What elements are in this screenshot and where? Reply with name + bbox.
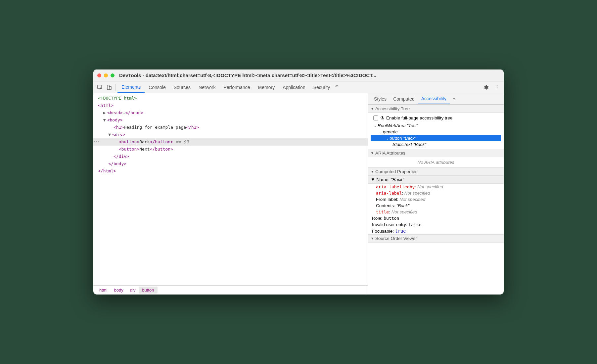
inspect-icon[interactable] bbox=[95, 83, 105, 92]
dom-button-next[interactable]: <button>Next</button> bbox=[93, 146, 368, 153]
crumb-body[interactable]: body bbox=[111, 287, 127, 294]
separator bbox=[115, 84, 116, 91]
prop-title: title: Not specified bbox=[368, 209, 504, 215]
more-subtabs-icon[interactable]: » bbox=[452, 95, 457, 103]
aria-attributes-header[interactable]: ▼ARIA Attributes bbox=[368, 149, 504, 157]
prop-aria-labelledby: aria-labelledby: Not specified bbox=[368, 184, 504, 190]
expand-icon[interactable]: ▶ bbox=[103, 109, 107, 116]
maximize-icon[interactable] bbox=[111, 73, 115, 77]
dom-head[interactable]: ▶<head>…</head> bbox=[93, 109, 368, 116]
dom-body-close[interactable]: </body> bbox=[93, 160, 368, 167]
prop-focusable: Focusable: true bbox=[368, 228, 504, 234]
minimize-icon[interactable] bbox=[104, 73, 108, 77]
prop-aria-label: aria-label: Not specified bbox=[368, 190, 504, 196]
devtools-window: DevTools - data:text/html;charset=utf-8,… bbox=[93, 69, 504, 295]
enable-full-page-tree-row[interactable]: ⚗ Enable full-page accessibility tree bbox=[371, 114, 501, 122]
tree-generic[interactable]: ⌄generic bbox=[371, 129, 501, 135]
tab-security[interactable]: Security bbox=[309, 81, 334, 93]
enable-full-page-tree-label: Enable full-page accessibility tree bbox=[386, 115, 452, 120]
collapse-icon[interactable]: ▼ bbox=[103, 116, 107, 124]
close-icon[interactable] bbox=[97, 73, 101, 77]
prop-role: Role: button bbox=[368, 215, 504, 221]
sidebar-panel: Styles Computed Accessibility » ▼Accessi… bbox=[368, 93, 504, 295]
crumb-html[interactable]: html bbox=[96, 287, 111, 294]
subtab-computed[interactable]: Computed bbox=[390, 93, 418, 104]
crumb-button[interactable]: button bbox=[139, 287, 157, 294]
prop-contents: Contents: "Back" bbox=[368, 203, 504, 209]
dom-div-close[interactable]: </div> bbox=[93, 153, 368, 160]
traffic-lights bbox=[97, 73, 115, 77]
dom-html-close[interactable]: </html> bbox=[93, 167, 368, 175]
checkbox-icon[interactable] bbox=[373, 115, 378, 120]
source-order-header[interactable]: ▼Source Order Viewer bbox=[368, 234, 504, 243]
subtab-styles[interactable]: Styles bbox=[371, 93, 390, 104]
tab-console[interactable]: Console bbox=[145, 81, 169, 93]
tab-sources[interactable]: Sources bbox=[170, 81, 195, 93]
more-tabs-icon[interactable]: » bbox=[334, 81, 339, 93]
titlebar: DevTools - data:text/html;charset=utf-8,… bbox=[93, 69, 504, 81]
dom-button-back[interactable]: ••• <button>Back</button> == $0 bbox=[93, 138, 368, 146]
tab-network[interactable]: Network bbox=[195, 81, 219, 93]
main-toolbar: Elements Console Sources Network Perform… bbox=[93, 81, 504, 93]
dom-doctype[interactable]: <!DOCTYPE html> bbox=[93, 95, 368, 102]
tab-application[interactable]: Application bbox=[279, 81, 309, 93]
elements-panel: <!DOCTYPE html> <html> ▶<head>…</head> ▼… bbox=[93, 93, 368, 295]
tree-root[interactable]: ⌄RootWebArea "Test" bbox=[371, 122, 501, 129]
more-menu-icon[interactable]: ⋮ bbox=[492, 83, 502, 92]
crumb-div[interactable]: div bbox=[127, 287, 139, 294]
main-tabs: Elements Console Sources Network Perform… bbox=[117, 81, 339, 93]
tab-elements[interactable]: Elements bbox=[117, 81, 145, 93]
dom-h1[interactable]: <h1>Heading for example page</h1> bbox=[93, 124, 368, 131]
dom-div-open[interactable]: ▼<div> bbox=[93, 131, 368, 138]
tab-performance[interactable]: Performance bbox=[219, 81, 254, 93]
flask-icon: ⚗ bbox=[380, 115, 384, 120]
dom-html-open[interactable]: <html> bbox=[93, 102, 368, 109]
device-toggle-icon[interactable] bbox=[105, 83, 114, 92]
tab-memory[interactable]: Memory bbox=[254, 81, 279, 93]
a11y-tree-header[interactable]: ▼Accessibility Tree bbox=[368, 105, 504, 113]
content-area: <!DOCTYPE html> <html> ▶<head>…</head> ▼… bbox=[93, 93, 504, 295]
prop-from-label: From label: Not specified bbox=[368, 196, 504, 203]
computed-properties-header[interactable]: ▼Computed Properties bbox=[368, 167, 504, 176]
subtab-accessibility[interactable]: Accessibility bbox=[418, 93, 450, 104]
collapse-icon[interactable]: ▼ bbox=[108, 131, 112, 138]
breadcrumb: html body div button bbox=[93, 285, 368, 295]
svg-rect-2 bbox=[109, 86, 111, 90]
aria-empty-message: No ARIA attributes bbox=[368, 157, 504, 167]
window-title: DevTools - data:text/html;charset=utf-8,… bbox=[119, 72, 500, 78]
accessibility-panel: ▼Accessibility Tree ⚗ Enable full-page a… bbox=[368, 105, 504, 295]
computed-name-row[interactable]: ▼Name: "Back" bbox=[368, 176, 504, 184]
dom-body-open[interactable]: ▼<body> bbox=[93, 116, 368, 124]
settings-icon[interactable] bbox=[481, 83, 490, 92]
prop-invalid: Invalid user entry: false bbox=[368, 221, 504, 228]
sidebar-tabs: Styles Computed Accessibility » bbox=[368, 93, 504, 105]
dom-tree[interactable]: <!DOCTYPE html> <html> ▶<head>…</head> ▼… bbox=[93, 93, 368, 285]
tree-statictext[interactable]: StaticText "Back" bbox=[371, 141, 501, 148]
tree-button[interactable]: ⌄button "Back" bbox=[371, 135, 501, 141]
